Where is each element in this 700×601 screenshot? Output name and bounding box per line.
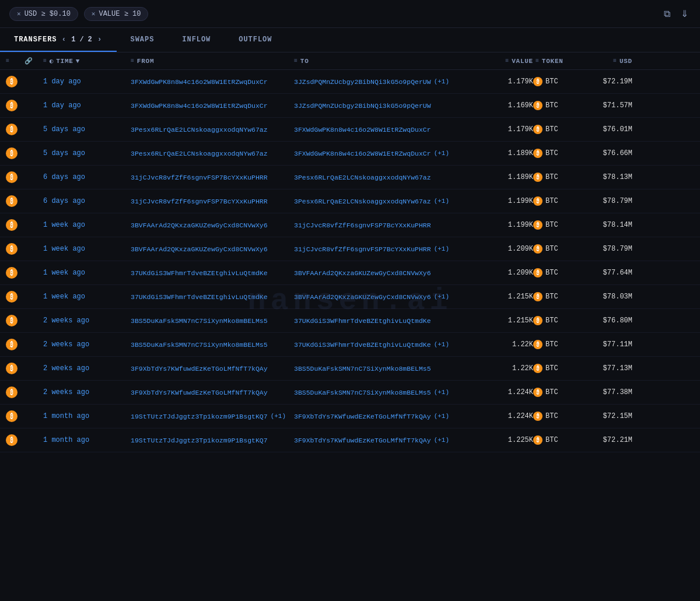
tab-transfers[interactable]: TRANSFERS ‹ 1 / 2 › — [0, 28, 117, 52]
row-from[interactable]: 31jCJvcR8vfZfF6sgnvFSP7BcYXxKuPHRR — [131, 198, 294, 205]
usd-filter-remove[interactable]: ✕ — [17, 10, 21, 17]
table-row[interactable]: ₿ 1 week ago 37UKdGiS3WFhmrTdveBZEtghivL… — [0, 285, 700, 309]
from-addr[interactable]: 3F9XbTdYs7KWfuwdEzKeTGoLMfNfT7kQAy — [131, 389, 268, 396]
copy-button[interactable]: ⧉ — [662, 6, 673, 22]
row-from[interactable]: 3FXWdGwPK8n8w4c16o2W8W1EtRZwqDuxCr — [131, 102, 294, 110]
table-row[interactable]: ₿ 2 weeks ago 3F9XbTdYs7KWfuwdEzKeTGoLMf… — [0, 357, 700, 381]
from-addr[interactable]: 3BS5DuKaFskSMN7nC7SiXynMko8mBELMs5 — [131, 317, 268, 325]
tab-outflow[interactable]: OUTFLOW — [225, 28, 286, 52]
table-row[interactable]: ₿ 1 month ago 19StTUtzTJdJggtz3Tp1kozm9P… — [0, 428, 700, 452]
to-addr[interactable]: 3BS5DuKaFskSMN7nC7SiXynMko8mBELMs5 — [294, 389, 431, 396]
tab-inflow[interactable]: INFLOW — [168, 28, 225, 52]
col-usd[interactable]: ≡ USD — [580, 58, 632, 65]
row-to[interactable]: 3FXWdGwPK8n8w4c16o2W8W1EtRZwqDuxCr — [294, 126, 481, 133]
row-to[interactable]: 3F9XbTdYs7KWfuwdEzKeTGoLMfNfT7kQAy(+1) — [294, 413, 481, 420]
col-value[interactable]: ≡ VALUE — [481, 58, 533, 65]
from-addr[interactable]: 37UKdGiS3WFhmrTdveBZEtghivLuQtmdKe — [131, 269, 268, 277]
from-addr[interactable]: 3BVFAArAd2QKxzaGKUZewGyCxd8CNVwXy6 — [131, 222, 268, 229]
usd-filter-tag[interactable]: ✕ USD ≥ $0.10 — [9, 7, 78, 21]
table-row[interactable]: ₿ 5 days ago 3Pesx6RLrQaE2LCNskoaggxxodq… — [0, 118, 700, 142]
table-row[interactable]: ₿ 2 weeks ago 3F9XbTdYs7KWfuwdEzKeTGoLMf… — [0, 381, 700, 405]
table-row[interactable]: ₿ 6 days ago 31jCJvcR8vfZfF6sgnvFSP7BcYX… — [0, 166, 700, 189]
from-addr[interactable]: 19StTUtzTJdJggtz3Tp1kozm9P1BsgtKQ7 — [131, 413, 268, 420]
col-to[interactable]: ≡ TO — [294, 58, 481, 65]
col-from[interactable]: ≡ FROM — [131, 58, 294, 65]
from-addr[interactable]: 3FXWdGwPK8n8w4c16o2W8W1EtRZwqDuxCr — [131, 102, 268, 110]
download-button[interactable]: ⇓ — [678, 6, 691, 22]
row-to[interactable]: 3BS5DuKaFskSMN7nC7SiXynMko8mBELMs5(+1) — [294, 389, 481, 396]
to-addr[interactable]: 3BVFAArAd2QKxzaGKUZewGyCxd8CNVwXy6 — [294, 293, 431, 301]
from-addr[interactable]: 31jCJvcR8vfZfF6sgnvFSP7BcYXxKuPHRR — [131, 174, 268, 181]
to-addr[interactable]: 31jCJvcR8vfZfF6sgnvFSP7BcYXxKuPHRR — [294, 245, 431, 253]
tab-prev-arrow[interactable]: ‹ — [61, 35, 66, 44]
to-addr[interactable]: 37UKdGiS3WFhmrTdveBZEtghivLuQtmdKe — [294, 317, 431, 325]
value-filter-remove[interactable]: ✕ — [92, 10, 96, 17]
row-to[interactable]: 3BVFAArAd2QKxzaGKUZewGyCxd8CNVwXy6(+1) — [294, 293, 481, 301]
to-addr[interactable]: 31jCJvcR8vfZfF6sgnvFSP7BcYXxKuPHRR — [294, 222, 431, 229]
row-to[interactable]: 3Pesx6RLrQaE2LCNskoaggxxodqNYw67az — [294, 174, 481, 181]
row-to[interactable]: 31jCJvcR8vfZfF6sgnvFSP7BcYXxKuPHRR — [294, 222, 481, 229]
table-row[interactable]: ₿ 1 week ago 3BVFAArAd2QKxzaGKUZewGyCxd8… — [0, 237, 700, 261]
row-from[interactable]: 19StTUtzTJdJggtz3Tp1kozm9P1BsgtKQ7(+1) — [131, 413, 294, 420]
to-addr[interactable]: 3F9XbTdYs7KWfuwdEzKeTGoLMfNfT7kQAy — [294, 437, 431, 444]
row-from[interactable]: 3Pesx6RLrQaE2LCNskoaggxxodqNYw67az — [131, 126, 294, 133]
table-row[interactable]: ₿ 6 days ago 31jCJvcR8vfZfF6sgnvFSP7BcYX… — [0, 189, 700, 213]
row-from[interactable]: 37UKdGiS3WFhmrTdveBZEtghivLuQtmdKe — [131, 269, 294, 277]
to-addr[interactable]: 37UKdGiS3WFhmrTdveBZEtghivLuQtmdKe — [294, 341, 431, 349]
value-filter-tag[interactable]: ✕ VALUE ≥ 10 — [84, 7, 149, 21]
row-to[interactable]: 3BS5DuKaFskSMN7nC7SiXynMko8mBELMs5 — [294, 365, 481, 372]
row-from[interactable]: 3BVFAArAd2QKxzaGKUZewGyCxd8CNVwXy6 — [131, 222, 294, 229]
from-addr[interactable]: 3FXWdGwPK8n8w4c16o2W8W1EtRZwqDuxCr — [131, 78, 268, 86]
row-to[interactable]: 3JZsdPQMnZUcbgy2BibNQi3kG5o9pQerUW — [294, 102, 481, 110]
row-to[interactable]: 3F9XbTdYs7KWfuwdEzKeTGoLMfNfT7kQAy(+1) — [294, 437, 481, 444]
to-addr[interactable]: 3F9XbTdYs7KWfuwdEzKeTGoLMfNfT7kQAy — [294, 413, 431, 420]
from-addr[interactable]: 3BS5DuKaFskSMN7nC7SiXynMko8mBELMs5 — [131, 341, 268, 349]
row-from[interactable]: 3F9XbTdYs7KWfuwdEzKeTGoLMfNfT7kQAy — [131, 365, 294, 372]
row-from[interactable]: 37UKdGiS3WFhmrTdveBZEtghivLuQtmdKe — [131, 293, 294, 301]
to-addr[interactable]: 3BS5DuKaFskSMN7nC7SiXynMko8mBELMs5 — [294, 365, 431, 372]
row-to[interactable]: 3FXWdGwPK8n8w4c16o2W8W1EtRZwqDuxCr(+1) — [294, 150, 481, 157]
from-addr[interactable]: 37UKdGiS3WFhmrTdveBZEtghivLuQtmdKe — [131, 293, 268, 301]
from-addr[interactable]: 3BVFAArAd2QKxzaGKUZewGyCxd8CNVwXy6 — [131, 245, 268, 253]
row-from[interactable]: 3BS5DuKaFskSMN7nC7SiXynMko8mBELMs5 — [131, 341, 294, 349]
table-row[interactable]: ₿ 2 weeks ago 3BS5DuKaFskSMN7nC7SiXynMko… — [0, 333, 700, 357]
row-to[interactable]: 37UKdGiS3WFhmrTdveBZEtghivLuQtmdKe — [294, 317, 481, 325]
from-addr[interactable]: 3Pesx6RLrQaE2LCNskoaggxxodqNYw67az — [131, 150, 268, 157]
row-to[interactable]: 3JZsdPQMnZUcbgy2BibNQi3kG5o9pQerUW(+1) — [294, 78, 481, 86]
row-from[interactable]: 31jCJvcR8vfZfF6sgnvFSP7BcYXxKuPHRR — [131, 174, 294, 181]
from-addr[interactable]: 19StTUtzTJdJggtz3Tp1kozm9P1BsgtKQ7 — [131, 437, 268, 444]
to-addr[interactable]: 3FXWdGwPK8n8w4c16o2W8W1EtRZwqDuxCr — [294, 150, 431, 157]
col-time[interactable]: ≡ ◐ TIME ▼ — [43, 57, 131, 65]
row-icon-cell: ₿ — [6, 219, 24, 231]
table-row[interactable]: ₿ 1 day ago 3FXWdGwPK8n8w4c16o2W8W1EtRZw… — [0, 94, 700, 118]
filter-icon-time: ≡ — [43, 58, 47, 64]
row-from[interactable]: 3F9XbTdYs7KWfuwdEzKeTGoLMfNfT7kQAy — [131, 389, 294, 396]
row-from[interactable]: 3BS5DuKaFskSMN7nC7SiXynMko8mBELMs5 — [131, 317, 294, 325]
table-row[interactable]: ₿ 1 week ago 3BVFAArAd2QKxzaGKUZewGyCxd8… — [0, 213, 700, 237]
to-addr[interactable]: 3BVFAArAd2QKxzaGKUZewGyCxd8CNVwXy6 — [294, 269, 431, 277]
row-from[interactable]: 3FXWdGwPK8n8w4c16o2W8W1EtRZwqDuxCr — [131, 78, 294, 86]
row-to[interactable]: 31jCJvcR8vfZfF6sgnvFSP7BcYXxKuPHRR(+1) — [294, 245, 481, 253]
row-to[interactable]: 3BVFAArAd2QKxzaGKUZewGyCxd8CNVwXy6 — [294, 269, 481, 277]
from-addr[interactable]: 3F9XbTdYs7KWfuwdEzKeTGoLMfNfT7kQAy — [131, 365, 268, 372]
from-addr[interactable]: 3Pesx6RLrQaE2LCNskoaggxxodqNYw67az — [131, 126, 268, 133]
row-from[interactable]: 19StTUtzTJdJggtz3Tp1kozm9P1BsgtKQ7 — [131, 437, 294, 444]
row-to[interactable]: 3Pesx6RLrQaE2LCNskoaggxxodqNYw67az(+1) — [294, 198, 481, 205]
tab-swaps[interactable]: SWAPS — [117, 28, 169, 52]
table-row[interactable]: ₿ 2 weeks ago 3BS5DuKaFskSMN7nC7SiXynMko… — [0, 309, 700, 333]
to-addr[interactable]: 3Pesx6RLrQaE2LCNskoaggxxodqNYw67az — [294, 174, 431, 181]
tab-next-arrow[interactable]: › — [97, 35, 103, 44]
to-addr[interactable]: 3FXWdGwPK8n8w4c16o2W8W1EtRZwqDuxCr — [294, 126, 431, 133]
table-row[interactable]: ₿ 5 days ago 3Pesx6RLrQaE2LCNskoaggxxodq… — [0, 142, 700, 166]
col-token[interactable]: ≡ TOKEN — [533, 58, 580, 65]
row-to[interactable]: 37UKdGiS3WFhmrTdveBZEtghivLuQtmdKe(+1) — [294, 341, 481, 349]
to-addr[interactable]: 3Pesx6RLrQaE2LCNskoaggxxodqNYw67az — [294, 198, 431, 205]
table-row[interactable]: ₿ 1 week ago 37UKdGiS3WFhmrTdveBZEtghivL… — [0, 261, 700, 285]
row-from[interactable]: 3Pesx6RLrQaE2LCNskoaggxxodqNYw67az — [131, 150, 294, 157]
row-from[interactable]: 3BVFAArAd2QKxzaGKUZewGyCxd8CNVwXy6 — [131, 245, 294, 253]
table-row[interactable]: ₿ 1 day ago 3FXWdGwPK8n8w4c16o2W8W1EtRZw… — [0, 70, 700, 94]
table-row[interactable]: ₿ 1 month ago 19StTUtzTJdJggtz3Tp1kozm9P… — [0, 405, 700, 428]
to-addr[interactable]: 3JZsdPQMnZUcbgy2BibNQi3kG5o9pQerUW — [294, 102, 431, 110]
from-addr[interactable]: 31jCJvcR8vfZfF6sgnvFSP7BcYXxKuPHRR — [131, 198, 268, 205]
to-addr[interactable]: 3JZsdPQMnZUcbgy2BibNQi3kG5o9pQerUW — [294, 78, 431, 86]
